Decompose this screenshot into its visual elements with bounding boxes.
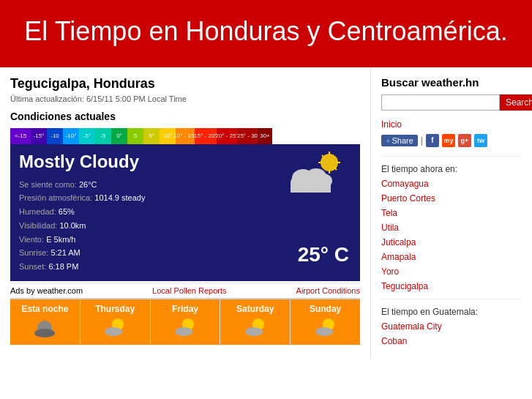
ads-bar: Ads by weather.com Local Pollen Reports …	[10, 283, 360, 298]
divider-2	[381, 299, 522, 299]
pressure-value: 1014.9 steady	[94, 193, 145, 202]
search-section-title: Buscar weather.hn	[381, 76, 522, 89]
svg-point-19	[245, 327, 263, 336]
weather-icon	[287, 152, 345, 195]
share-button[interactable]: + Share	[381, 135, 418, 146]
last-update: Última actualización: 6/15/11 5:00 PM Lo…	[10, 94, 360, 103]
sunset-label: Sunset:	[19, 262, 46, 271]
temp-seg-9: 5°	[143, 128, 160, 144]
forecast-cell-thursday: Thursday	[80, 299, 151, 345]
forecast-cell-sunday: Sunday	[291, 299, 360, 345]
temp-seg-7: 0°	[111, 128, 127, 144]
google-plus-icon[interactable]: g+	[458, 134, 471, 147]
wind-value: E 5km/h	[46, 235, 75, 244]
svg-rect-11	[291, 182, 331, 193]
humidity-value: 65%	[59, 207, 75, 216]
facebook-icon[interactable]: f	[426, 134, 439, 147]
forecast-label-saturday: Saturday	[223, 304, 287, 314]
forecast-label-sunday: Sunday	[293, 304, 357, 314]
temp-seg-5: -5°	[79, 128, 95, 144]
search-button[interactable]: Search	[500, 94, 532, 111]
share-plus: +	[386, 136, 390, 145]
forecast-cell-friday: Friday	[151, 299, 221, 345]
location-tegucigalpa[interactable]: Tegucigalpa	[381, 281, 522, 291]
temp-seg-11: 10° - 15°	[176, 128, 195, 144]
share-label: Share	[391, 136, 413, 145]
temp-seg-15: 30+	[258, 128, 272, 144]
svg-point-13	[34, 329, 55, 338]
city-title: Tegucigalpa, Honduras	[10, 76, 360, 92]
search-row: Search	[381, 94, 522, 111]
forecast-label-friday: Friday	[154, 304, 217, 314]
myspace-icon[interactable]: my	[442, 134, 455, 147]
forecast-icon-thursday	[83, 317, 147, 340]
sunrise-value: 5:21 AM	[50, 248, 80, 257]
temp-seg-12: 15° - 20°	[195, 128, 217, 144]
temp-seg-1: <-15	[10, 128, 31, 144]
feels-like-label: Se siente como:	[19, 180, 77, 189]
current-temperature: 25° C	[298, 243, 349, 266]
wind-label: Viento:	[19, 235, 44, 244]
visibility-label: Visibilidad:	[19, 221, 57, 230]
social-icons: f my g+ tw	[426, 134, 487, 147]
location-coban[interactable]: Coban	[381, 336, 522, 346]
location-juticalpa[interactable]: Juticalpa	[381, 237, 522, 247]
temp-seg-8: 5	[127, 128, 143, 144]
temp-seg-2: -15°	[31, 128, 47, 144]
weather-card: Mostly Cloudy	[10, 144, 360, 281]
ads-label: Ads by weather.com	[10, 286, 83, 295]
forecast-row: Esta noche Thursday Frid	[10, 298, 360, 345]
share-separator: |	[421, 135, 423, 146]
conditions-title: Condiciones actuales	[10, 111, 360, 122]
forecast-label-thursday: Thursday	[83, 304, 147, 314]
airport-link[interactable]: Airport Conditions	[296, 286, 360, 295]
pollen-link[interactable]: Local Pollen Reports	[152, 286, 227, 295]
share-row: + Share | f my g+ tw	[381, 134, 522, 147]
inicio-link[interactable]: Inicio	[381, 119, 522, 130]
location-puerto-cortes[interactable]: Puerto Cortes	[381, 193, 522, 204]
location-comayagua[interactable]: Comayagua	[381, 179, 522, 189]
page-title: El Tiempo en Honduras y Centroamérica.	[7, 15, 525, 49]
location-yoro[interactable]: Yoro	[381, 266, 522, 277]
svg-point-17	[175, 327, 192, 336]
location-tela[interactable]: Tela	[381, 208, 522, 218]
forecast-icon-tonight	[13, 317, 77, 340]
forecast-label-tonight: Esta noche	[13, 304, 77, 314]
twitter-icon[interactable]: tw	[474, 134, 487, 147]
guatemala-label: El tiempo en Guatemala:	[381, 307, 522, 317]
temp-seg-4: -10°	[63, 128, 79, 144]
pressure-label: Presión atmosférica:	[19, 193, 92, 202]
forecast-cell-tonight: Esta noche	[10, 299, 80, 345]
right-column: Buscar weather.hn Search Inicio + Share …	[371, 67, 532, 359]
temp-seg-14: 25° - 30	[237, 128, 258, 144]
sunrise-label: Sunrise:	[19, 248, 48, 257]
temp-seg-3: -10	[47, 128, 63, 144]
forecast-icon-friday	[154, 317, 217, 340]
humidity-label: Humedad:	[19, 207, 56, 216]
temperature-bar: <-15 -15° -10 -10° -5° -5 0° 5 5° 10° 10…	[10, 128, 360, 144]
forecast-icon-saturday	[223, 317, 287, 340]
temp-seg-13: 20° - 25°	[217, 128, 237, 144]
svg-point-15	[105, 327, 122, 336]
search-input[interactable]	[381, 94, 500, 111]
forecast-icon-sunday	[293, 317, 357, 340]
location-amapala[interactable]: Amapala	[381, 252, 522, 262]
sunset-value: 6:18 PM	[48, 262, 78, 271]
location-guatemala-city[interactable]: Guatemala City	[381, 321, 522, 332]
forecast-cell-saturday: Saturday	[220, 299, 291, 345]
divider-1	[381, 156, 522, 157]
location-utila[interactable]: Utila	[381, 223, 522, 233]
svg-point-21	[315, 327, 333, 336]
page-header: El Tiempo en Honduras y Centroamérica.	[0, 0, 532, 67]
feels-like-value: 26°C	[79, 180, 97, 189]
left-column: Tegucigalpa, Honduras Última actualizaci…	[0, 67, 371, 359]
weather-now-label: El tiempo ahora en:	[381, 164, 522, 174]
visibility-value: 10.0km	[59, 221, 86, 230]
temp-seg-6: -5	[95, 128, 111, 144]
main-layout: Tegucigalpa, Honduras Última actualizaci…	[0, 67, 532, 359]
